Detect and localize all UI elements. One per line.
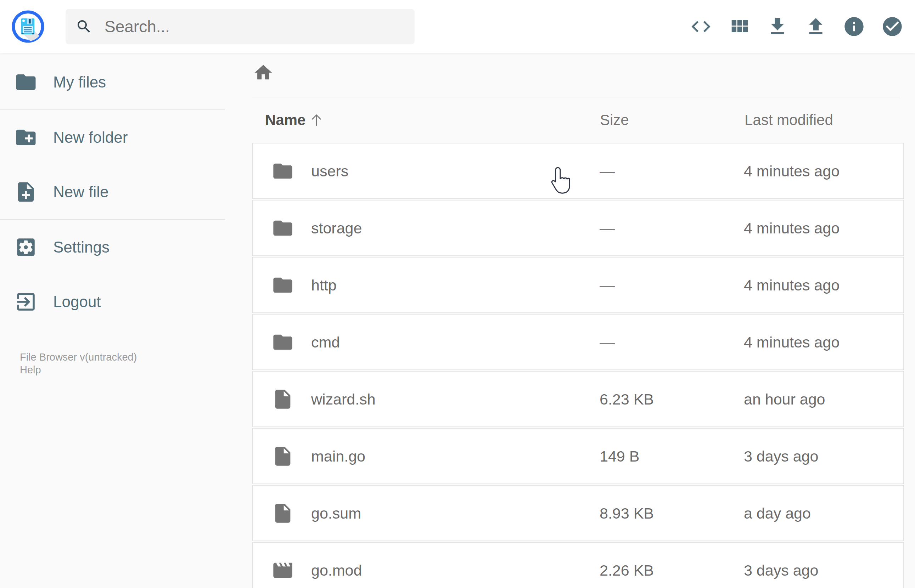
sidebar-item-new-folder[interactable]: New folder (0, 110, 241, 165)
breadcrumb-home[interactable] (253, 62, 273, 83)
file-modified: a day ago (744, 504, 811, 522)
file-size: 149 B (600, 447, 639, 465)
file-size: 2.26 KB (600, 561, 654, 579)
file-modified: 4 minutes ago (744, 333, 839, 351)
listing-header-row: Name Size Last modified (252, 106, 904, 134)
folder-icon (272, 331, 294, 354)
file-size: — (600, 276, 615, 294)
file-modified: 3 days ago (744, 447, 818, 465)
code-icon (690, 15, 712, 38)
sidebar-item-my-files[interactable]: My files (0, 55, 241, 110)
header-action-buttons (690, 0, 904, 53)
folder-icon (272, 274, 294, 296)
info-icon (843, 15, 865, 38)
insert-drive-file-icon (272, 502, 294, 525)
file-size: — (600, 162, 615, 179)
insert-drive-file-icon (272, 445, 294, 468)
sidebar-footer: File Browser v(untracked) Help (20, 299, 137, 325)
sidebar: My filesNew folderNew fileSettingsLogout (0, 53, 241, 329)
file-modified: an hour ago (744, 390, 825, 408)
select-multiple-button[interactable] (881, 15, 904, 38)
folder-icon (272, 217, 294, 239)
file-row-go-sum[interactable]: go.sum8.93 KBa day ago (252, 485, 904, 541)
upload-button[interactable] (804, 15, 827, 38)
file-row-go-mod[interactable]: go.mod2.26 KB3 days ago (252, 542, 904, 588)
search-placeholder: Search... (105, 17, 170, 36)
column-header-size[interactable]: Size (600, 111, 629, 129)
help-link[interactable]: Help (20, 363, 137, 376)
file-modified: 4 minutes ago (744, 162, 839, 179)
file-size: — (600, 333, 615, 351)
sort-ascending-arrow-icon (308, 112, 325, 128)
check-circle-icon (881, 15, 904, 38)
filebrowser-logo[interactable] (11, 10, 45, 44)
version-text: File Browser v(untracked) (20, 351, 137, 363)
file-list: users—4 minutes agostorage—4 minutes ago… (252, 143, 904, 588)
file-name: go.mod (311, 561, 362, 579)
download-icon (766, 15, 789, 38)
folder-icon (272, 160, 294, 183)
file-name: wizard.sh (311, 390, 376, 408)
file-name: users (311, 162, 348, 179)
movie-icon (272, 559, 294, 582)
breadcrumb-divider (252, 97, 899, 97)
sidebar-item-label: New folder (53, 129, 128, 146)
view-module-icon (728, 15, 750, 38)
upload-icon (804, 15, 827, 38)
file-modified: 4 minutes ago (744, 219, 839, 237)
settings-applications-icon (14, 236, 37, 259)
folder-icon (14, 71, 37, 94)
file-modified: 4 minutes ago (744, 276, 839, 294)
switch-view-button[interactable] (728, 15, 750, 38)
home-icon (253, 62, 273, 83)
file-size: 8.93 KB (600, 504, 654, 522)
file-name: main.go (311, 447, 365, 465)
column-header-name[interactable]: Name (265, 111, 306, 129)
file-row-main-go[interactable]: main.go149 B3 days ago (252, 428, 904, 484)
file-modified: 3 days ago (744, 561, 818, 579)
sidebar-item-label: Settings (53, 238, 110, 256)
search-icon (76, 18, 92, 35)
file-name: cmd (311, 333, 340, 351)
create-new-folder-icon (14, 126, 37, 149)
file-row-users[interactable]: users—4 minutes ago (252, 143, 904, 199)
search-input[interactable]: Search... (66, 9, 415, 44)
floppy-disk-logo-icon (11, 10, 45, 44)
insert-drive-file-icon (272, 388, 294, 410)
file-row-wizard-sh[interactable]: wizard.sh6.23 KBan hour ago (252, 371, 904, 427)
raw-code-button[interactable] (690, 15, 712, 38)
download-button[interactable] (766, 15, 789, 38)
file-size: 6.23 KB (600, 390, 654, 408)
column-header-modified[interactable]: Last modified (745, 111, 833, 129)
info-button[interactable] (843, 15, 865, 38)
sidebar-item-new-file[interactable]: New file (0, 165, 241, 219)
file-row-http[interactable]: http—4 minutes ago (252, 257, 904, 313)
file-row-cmd[interactable]: cmd—4 minutes ago (252, 314, 904, 370)
sidebar-item-settings[interactable]: Settings (0, 220, 241, 275)
file-name: go.sum (311, 504, 361, 522)
top-header: Search... (0, 0, 915, 53)
sidebar-item-label: New file (53, 183, 109, 201)
file-listing-area: Name Size Last modified users—4 minutes … (252, 53, 904, 588)
file-size: — (600, 219, 615, 237)
file-name: http (311, 276, 337, 294)
sidebar-item-label: My files (53, 73, 106, 91)
file-row-storage[interactable]: storage—4 minutes ago (252, 200, 904, 256)
file-name: storage (311, 219, 362, 237)
note-add-icon (14, 180, 37, 204)
